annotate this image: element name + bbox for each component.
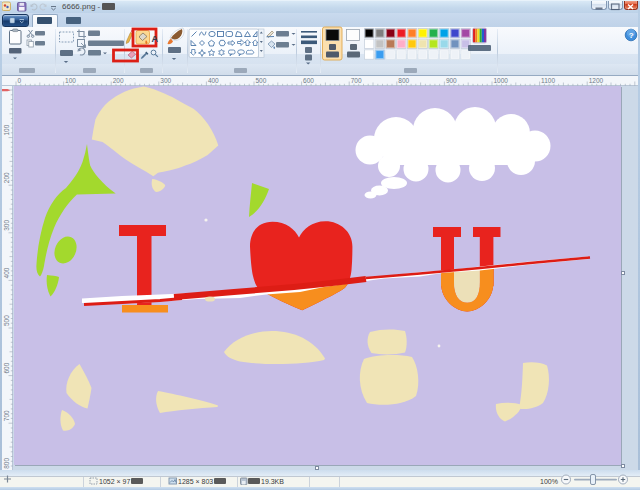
svg-text:200: 200 <box>113 77 124 84</box>
svg-text:200: 200 <box>3 172 10 183</box>
svg-text:A: A <box>152 34 159 44</box>
svg-text:600: 600 <box>3 362 10 373</box>
svg-text:500: 500 <box>3 315 10 326</box>
svg-text:300: 300 <box>160 77 171 84</box>
svg-text:?: ? <box>629 31 634 40</box>
svg-text:900: 900 <box>446 77 457 84</box>
svg-text:700: 700 <box>3 410 10 421</box>
svg-text:1200: 1200 <box>589 77 604 84</box>
svg-text:600: 600 <box>303 77 314 84</box>
svg-text:400: 400 <box>3 267 10 278</box>
svg-text:800: 800 <box>3 458 10 469</box>
svg-text:700: 700 <box>351 77 362 84</box>
svg-text:300: 300 <box>3 220 10 231</box>
svg-text:1000: 1000 <box>494 77 509 84</box>
svg-text:500: 500 <box>256 77 267 84</box>
svg-text:0: 0 <box>18 77 22 84</box>
svg-text:100: 100 <box>65 77 76 84</box>
svg-text:1100: 1100 <box>541 77 555 84</box>
svg-text:800: 800 <box>398 77 409 84</box>
svg-text:100: 100 <box>3 124 10 135</box>
svg-text:400: 400 <box>208 77 219 84</box>
